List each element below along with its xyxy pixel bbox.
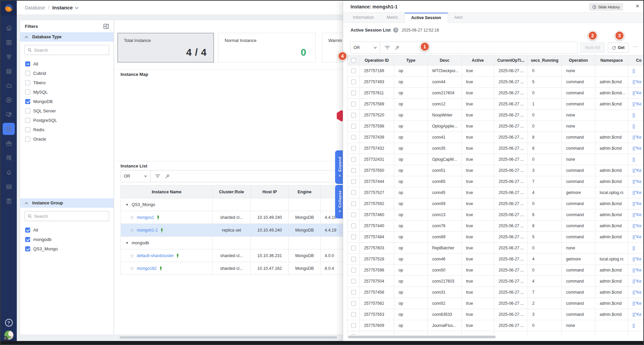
sidebar-item-kubernetes[interactable] — [3, 94, 15, 106]
command-cell[interactable]: [{"Ke — [628, 276, 644, 287]
session-row[interactable]: 257757493opconn44true2025-06-27 ...5comm… — [348, 77, 644, 88]
session-row[interactable]: 257757169opWTCheckpoi...true2025-06-27 .… — [348, 65, 644, 77]
checkbox[interactable] — [351, 201, 356, 206]
filter-icon[interactable] — [385, 46, 390, 50]
checkbox[interactable] — [351, 268, 356, 273]
column-header[interactable]: Operation — [562, 55, 595, 65]
column-header[interactable]: Co — [628, 55, 644, 65]
session-row[interactable]: 257757596opconn50true2025-06-27 ...0comm… — [348, 265, 644, 276]
column-header[interactable]: Host IP — [251, 186, 289, 198]
row-checkbox-cell[interactable] — [348, 187, 360, 198]
row-checkbox-cell[interactable] — [348, 265, 360, 276]
column-header[interactable]: Namespace — [595, 55, 628, 65]
session-row[interactable]: 257757609opJournalFlus...true2025-06-27 … — [348, 320, 644, 331]
command-cell[interactable]: [] — [628, 65, 644, 77]
row-checkbox-cell[interactable] — [348, 132, 360, 143]
checkbox[interactable] — [351, 312, 356, 317]
command-cell[interactable]: [{"Ke — [628, 99, 644, 110]
sidebar-item-id-card[interactable] — [3, 181, 15, 193]
command-cell[interactable]: [] — [628, 154, 644, 165]
sidebar-item-apps-grid[interactable] — [3, 36, 15, 48]
checkbox[interactable] — [25, 246, 30, 251]
session-row[interactable]: 257757527opconn45true2025-06-27 ...4getm… — [348, 187, 644, 198]
app-logo[interactable] — [1, 1, 17, 15]
command-cell[interactable]: [{"Ke — [628, 198, 644, 209]
stat-card-total-instance[interactable]: Total Instance 4 / 4 — [118, 33, 214, 62]
sidebar-item-database[interactable] — [3, 123, 15, 135]
database-type-option-redis[interactable]: Redis — [20, 125, 113, 134]
select-all-checkbox-cell[interactable] — [348, 55, 360, 65]
pin-icon[interactable] — [395, 45, 400, 50]
row-checkbox-cell[interactable] — [348, 154, 360, 165]
checkbox[interactable] — [25, 71, 30, 76]
command-cell[interactable]: [{"Ke — [628, 220, 644, 232]
row-checkbox-cell[interactable] — [348, 176, 360, 187]
row-checkbox-cell[interactable] — [348, 77, 360, 88]
row-checkbox-cell[interactable] — [348, 243, 360, 254]
checkbox[interactable] — [351, 157, 356, 162]
panel-horizontal-scrollbar[interactable] — [347, 335, 644, 339]
command-cell[interactable]: [{"Ke — [628, 176, 644, 187]
row-checkbox-cell[interactable] — [348, 99, 360, 110]
session-row[interactable]: 257757432opconn35true2025-06-27 ...8comm… — [348, 143, 644, 154]
checkbox[interactable] — [351, 179, 356, 184]
checkbox[interactable] — [351, 80, 356, 84]
database-type-option-sql-server[interactable]: SQL Server — [20, 106, 113, 115]
session-row[interactable]: 257757562opconn52true2025-06-27 ...2comm… — [348, 298, 644, 309]
row-checkbox-cell[interactable] — [348, 287, 360, 298]
session-row[interactable]: 257757504opconn217603true2025-06-27 ...4… — [348, 276, 644, 287]
command-cell[interactable]: [{"Ke — [628, 209, 644, 220]
command-cell[interactable]: [{"Ke — [628, 187, 644, 198]
command-cell[interactable]: [{"Ke — [628, 265, 644, 276]
session-row[interactable]: 257757611opconn217604true2025-06-27 ...0… — [348, 88, 644, 99]
checkbox[interactable] — [351, 135, 356, 140]
checkbox[interactable] — [351, 257, 356, 261]
checkbox[interactable] — [351, 224, 356, 228]
checkbox[interactable] — [351, 290, 356, 295]
command-cell[interactable]: [] — [628, 243, 644, 254]
sidebar-item-clipboard-report[interactable] — [3, 195, 15, 207]
checkbox[interactable] — [25, 237, 30, 242]
instance-name-link[interactable]: default-shardcluster — [137, 253, 174, 258]
section-database-type[interactable]: Database Type — [20, 32, 113, 42]
stat-card-normal-instance[interactable]: Normal Instance 0 — [218, 33, 316, 62]
search-input[interactable] — [34, 214, 106, 219]
horizontal-scrollbar[interactable] — [119, 336, 342, 339]
scrollbar-thumb[interactable] — [120, 336, 337, 339]
checkbox[interactable] — [25, 108, 30, 113]
row-checkbox-cell[interactable] — [348, 121, 360, 132]
column-header[interactable]: secs_Running — [528, 55, 562, 65]
row-checkbox-cell[interactable] — [348, 110, 360, 121]
row-checkbox-cell[interactable] — [348, 88, 360, 99]
checkbox[interactable] — [25, 137, 30, 142]
group-row-QS3_Mongo[interactable]: ▼QS3_Mongo — [121, 198, 343, 211]
row-checkbox-cell[interactable] — [348, 331, 360, 335]
session-row[interactable]: 257757592opconn59true2025-06-27 ...0comm… — [348, 198, 644, 209]
sidebar-item-briefcase[interactable] — [3, 137, 15, 149]
checkbox[interactable] — [351, 146, 356, 151]
checkbox[interactable] — [25, 80, 30, 85]
group-row-mongodb[interactable]: ▼mongodb — [121, 237, 343, 249]
database-type-search[interactable] — [25, 45, 109, 55]
close-icon[interactable]: × — [636, 2, 639, 10]
star-icon[interactable]: ☆ — [130, 227, 134, 233]
command-cell[interactable]: [] — [628, 121, 644, 132]
filter-logic-select[interactable]: OR — [121, 170, 150, 182]
command-cell[interactable]: [{"K — [628, 331, 644, 335]
get-button[interactable]: Get — [608, 43, 629, 53]
checkbox[interactable] — [351, 91, 356, 95]
instance-row-mongsh1-1[interactable]: ☆mongsh1-1 replica set 10.10.49.240 Mong… — [121, 224, 343, 237]
database-type-option-postgresql[interactable]: PostgreSQL — [20, 115, 113, 125]
checkbox[interactable] — [351, 124, 356, 129]
help-icon[interactable]: ? — [393, 28, 398, 33]
database-type-option-mongodb[interactable]: MongoDB — [20, 97, 113, 106]
instance-group-option-all[interactable]: All — [20, 225, 113, 235]
session-row[interactable]: 257732431opOplogCapM...true2025-06-27 ..… — [348, 154, 644, 165]
sidebar-item-document-search[interactable] — [3, 152, 15, 164]
column-header[interactable]: CurrentOpTi... — [494, 55, 528, 65]
breadcrumb-section[interactable]: Database — [25, 5, 45, 10]
command-cell[interactable]: [{"Ke — [628, 88, 644, 99]
filter-logic-select[interactable]: OR — [351, 42, 380, 53]
command-cell[interactable]: [{"Ke — [628, 298, 644, 309]
column-header[interactable]: Engine — [289, 186, 321, 198]
